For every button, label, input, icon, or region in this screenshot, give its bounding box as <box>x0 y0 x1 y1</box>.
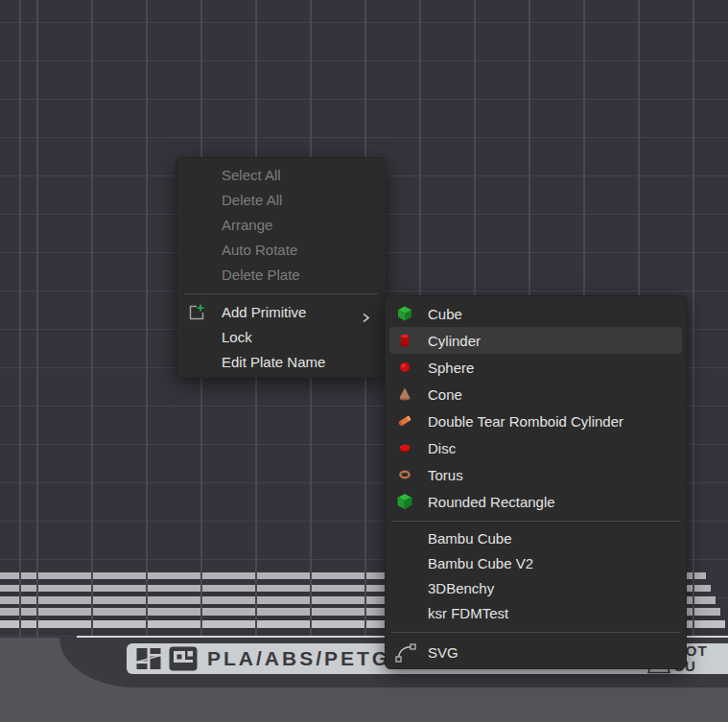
romboid-cylinder-icon <box>395 411 414 431</box>
submenu-item-torus[interactable]: Torus <box>389 461 682 488</box>
submenu-item-sphere[interactable]: Sphere <box>389 354 682 381</box>
rounded-rectangle-icon <box>395 492 414 511</box>
submenu-item-cone[interactable]: Cone <box>389 381 682 408</box>
menu-item-lock[interactable]: Lock <box>176 325 386 350</box>
plate-context-menu: Select All Delete All Arrange Auto Rotat… <box>176 157 387 378</box>
add-primitive-submenu: Cube Cylinder Sphere <box>385 295 687 669</box>
submenu-item-cylinder[interactable]: Cylinder <box>389 327 682 354</box>
bezier-curve-icon <box>394 640 417 664</box>
torus-icon <box>395 465 414 484</box>
submenu-item-3dbenchy[interactable]: 3DBenchy <box>389 576 682 601</box>
menu-item-delete-plate: Delete Plate <box>176 263 386 288</box>
menu-item-arrange: Arrange <box>176 213 386 238</box>
cylinder-icon <box>395 331 414 350</box>
menu-item-edit-plate-name[interactable]: Edit Plate Name <box>176 350 386 375</box>
disc-icon <box>395 438 414 457</box>
menu-separator <box>184 293 378 294</box>
slicer-3d-viewport: PLA/ABS/PETG HOT SU Select All Delete Al… <box>0 0 728 722</box>
submenu-separator <box>391 632 680 633</box>
plate-material-label: PLA/ABS/PETG <box>207 647 390 670</box>
submenu-item-ksr-fdmtest[interactable]: ksr FDMTest <box>389 601 682 626</box>
submenu-item-cube[interactable]: Cube <box>389 300 682 327</box>
menu-item-auto-rotate: Auto Rotate <box>176 238 386 263</box>
bambu-logo-icon <box>136 647 161 674</box>
submenu-item-double-tear-romboid-cylinder[interactable]: Double Tear Romboid Cylinder <box>389 408 682 434</box>
submenu-item-bambu-cube-v2[interactable]: Bambu Cube V2 <box>389 551 682 576</box>
submenu-item-rounded-rectangle[interactable]: Rounded Rectangle <box>389 488 682 515</box>
qr-code-icon <box>169 646 198 674</box>
menu-item-select-all: Select All <box>176 163 386 188</box>
submenu-separator <box>391 521 680 522</box>
menu-item-delete-all: Delete All <box>176 188 386 213</box>
submenu-item-svg[interactable]: SVG <box>389 638 682 666</box>
sphere-icon <box>395 358 414 377</box>
submenu-item-disc[interactable]: Disc <box>389 434 682 461</box>
menu-item-add-primitive[interactable]: Add Primitive <box>176 300 386 325</box>
cone-icon <box>395 384 414 404</box>
cube-icon <box>395 304 414 323</box>
submenu-item-bambu-cube[interactable]: Bambu Cube <box>389 526 682 551</box>
add-primitive-icon <box>187 303 206 322</box>
